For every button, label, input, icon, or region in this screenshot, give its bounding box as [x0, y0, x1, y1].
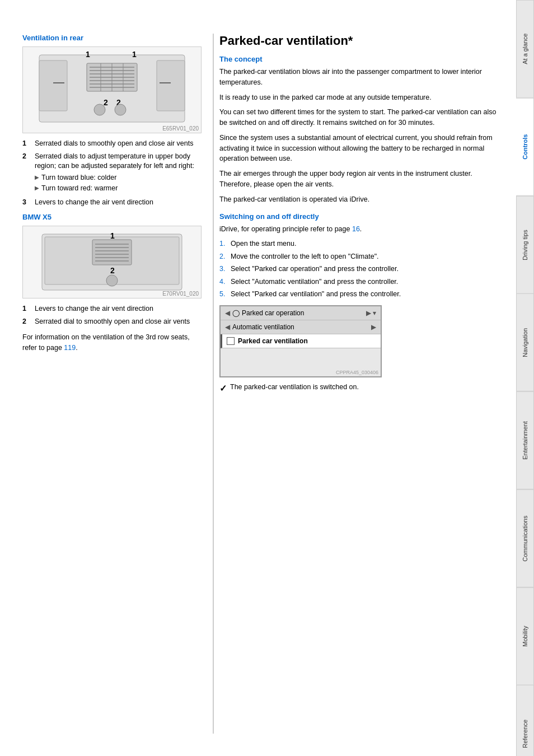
step-2: 2. Move the controller to the left to op…	[219, 252, 505, 262]
concept-para-1: The parked-car ventilation blows air int…	[219, 67, 505, 88]
concept-heading: The concept	[219, 55, 505, 63]
page-16-link[interactable]: 16	[352, 225, 360, 233]
page-119-link[interactable]: 119	[64, 344, 76, 352]
note-box: ✓ The parked-car ventilation is switched…	[219, 383, 505, 394]
sub-item-colder: ▶ Turn toward blue: colder	[35, 173, 202, 183]
step-5: 5. Select "Parked car ventilation" and p…	[219, 290, 505, 300]
svg-point-35	[106, 275, 118, 286]
svg-text:1: 1	[86, 50, 90, 59]
bmw-x5-svg: 1 2	[36, 228, 188, 296]
arrow-left-icon-2: ◀	[225, 323, 230, 331]
triangle-icon: ▶	[35, 173, 39, 183]
arrow-right-icon-2: ▶	[371, 323, 376, 331]
tab-at-a-glance[interactable]: At a glance	[516, 0, 534, 98]
checkbox-icon	[227, 337, 235, 345]
menu-row-auto-vent: ◀ Automatic ventilation ▶	[221, 320, 381, 334]
tab-entertainment[interactable]: Entertainment	[516, 391, 534, 489]
idrive-ref-text: iDrive, for operating principle refer to…	[219, 224, 505, 235]
tab-mobility[interactable]: Mobility	[516, 587, 534, 685]
menu-row-parked-car: ◀ ◯ Parked car operation ▶ ▾	[221, 306, 381, 320]
bmw-x5-diagram: 1 2 E70RV01_020	[22, 226, 202, 298]
rear-vent-diagram: 3 3 1 1 2 2 E65RV01_020	[22, 46, 202, 133]
svg-rect-21	[157, 60, 185, 111]
steps-list: 1. Open the start menu. 2. Move the cont…	[219, 239, 505, 300]
sub-item-warmer: ▶ Turn toward red: warmer	[35, 184, 202, 194]
concept-para-4: Since the system uses a substantial amou…	[219, 133, 505, 164]
svg-point-19	[115, 104, 126, 115]
concept-para-3: You can set two different times for the …	[219, 107, 505, 128]
step-1: 1. Open the start menu.	[219, 239, 505, 249]
x5-list-item-1: 1 Levers to change the air vent directio…	[22, 304, 202, 314]
bmw-x5-caption: E70RV01_020	[162, 291, 199, 297]
sidebar-tabs: At a glance Controls Driving tips Naviga…	[516, 0, 534, 756]
list-item-3: 3 Levers to change the air vent directio…	[22, 198, 202, 208]
ventilation-rear-heading: Ventilation in rear	[22, 34, 202, 42]
tab-driving-tips[interactable]: Driving tips	[516, 196, 534, 294]
list-item-1: 1 Serrated dials to smoothly open and cl…	[22, 139, 202, 149]
page-title: Parked-car ventilation*	[219, 34, 505, 48]
menu-row-parked-vent: Parked car ventilation	[221, 334, 381, 348]
menu-empty-area: CPPRA45_030406	[221, 348, 381, 376]
tab-reference[interactable]: Reference	[516, 685, 534, 756]
svg-text:2: 2	[110, 266, 115, 275]
tab-controls[interactable]: Controls	[516, 98, 534, 196]
svg-rect-20	[39, 60, 67, 111]
svg-text:1: 1	[132, 50, 137, 59]
bmw-x5-list: 1 Levers to change the air vent directio…	[22, 304, 202, 326]
rear-vent-list: 1 Serrated dials to smoothly open and cl…	[22, 139, 202, 207]
left-column: Ventilation in rear	[0, 34, 213, 734]
switching-heading: Switching on and off directly	[219, 212, 505, 221]
menu-caption: CPPRA45_030406	[336, 370, 378, 375]
sub-list-2: ▶ Turn toward blue: colder ▶ Turn toward…	[35, 173, 202, 194]
triangle-icon: ▶	[35, 184, 39, 194]
step-3: 3. Select "Parked car operation" and pre…	[219, 264, 505, 274]
checkmark-icon: ✓	[219, 383, 227, 394]
right-column: Parked-car ventilation* The concept The …	[213, 34, 516, 734]
concept-para-2: It is ready to use in the parked car mod…	[219, 92, 505, 103]
note-text: The parked-car ventilation is switched o…	[230, 383, 359, 391]
svg-text:2: 2	[104, 98, 108, 107]
concept-para-6: The parked-car ventilation is operated v…	[219, 194, 505, 205]
rear-vent-svg: 3 3 1 1 2 2	[34, 49, 190, 130]
arrow-right-icon: ▶ ▾	[366, 309, 376, 317]
svg-point-18	[94, 104, 105, 115]
concept-para-5: The air emerges through the upper body r…	[219, 169, 505, 190]
tab-navigation[interactable]: Navigation	[516, 293, 534, 391]
bmw-x5-heading: BMW X5	[22, 213, 202, 221]
arrow-left-icon: ◀	[225, 309, 230, 317]
x5-list-item-2: 2 Serrated dial to smoothly open and clo…	[22, 317, 202, 327]
step-4: 4. Select "Automatic ventilation" and pr…	[219, 277, 505, 287]
left-footer-note: For information on the ventilation of th…	[22, 332, 202, 353]
list-item-2: 2 Serrated dials to adjust temperature i…	[22, 152, 202, 195]
svg-text:1: 1	[110, 231, 115, 240]
car-icon: ◯	[232, 309, 240, 317]
diagram-caption: E65RV01_020	[162, 125, 199, 132]
tab-communications[interactable]: Communications	[516, 489, 534, 587]
menu-screenshot: ◀ ◯ Parked car operation ▶ ▾ ◀ Automatic…	[219, 305, 382, 377]
